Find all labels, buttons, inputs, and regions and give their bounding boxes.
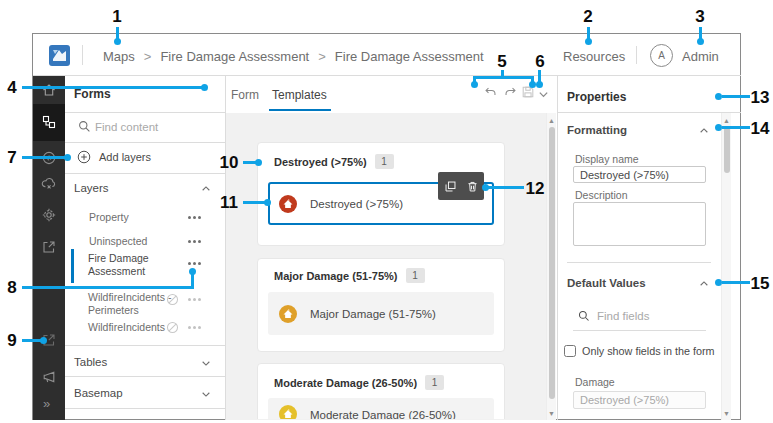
group-title: Moderate Damage (26-50%) (274, 377, 417, 389)
user-menu[interactable]: Admin (682, 49, 719, 64)
plus-circle-icon (77, 150, 91, 164)
callout-11-dot (264, 199, 271, 206)
row-divider (65, 112, 225, 113)
callout-1-number: 1 (107, 7, 127, 27)
callout-15-line (722, 281, 750, 284)
row-divider (65, 345, 225, 346)
callout-2-number: 2 (578, 7, 598, 27)
only-show-fields-checkbox[interactable] (564, 345, 576, 357)
callout-13-dot (715, 93, 722, 100)
chevron-down-icon[interactable] (201, 389, 211, 399)
forms-panel-title: Forms (74, 87, 111, 101)
scroll-down-arrow[interactable]: ▼ (722, 410, 731, 417)
row-divider (65, 142, 225, 143)
template-group-moderate-clip: Moderate Damage (26-50%) 1 Moderate Dama… (257, 363, 505, 419)
home-icon[interactable] (41, 82, 57, 98)
row-divider (65, 376, 225, 377)
resources-link[interactable]: Resources (563, 49, 625, 64)
collapse-default-values-icon[interactable] (699, 279, 709, 289)
layer-item-uninspected[interactable]: Uninspected (89, 235, 173, 248)
layer-item-fire-damage-assessment[interactable]: Fire Damage Assessment (88, 252, 172, 278)
chevron-down-icon[interactable] (538, 89, 549, 100)
callout-6-number: 6 (530, 52, 550, 72)
display-name-input[interactable] (573, 166, 706, 183)
scrollbar-thumb[interactable] (549, 127, 555, 399)
callout-9-dot (40, 337, 47, 344)
scroll-down-arrow[interactable]: ▼ (547, 410, 556, 417)
callout-15-dot (715, 279, 722, 286)
layers-section-header[interactable]: Layers (74, 182, 109, 194)
callout-12-number: 12 (523, 179, 547, 199)
callout-4-dot (201, 84, 208, 91)
group-header: Destroyed (>75%) 1 (274, 154, 394, 169)
callout-13-line (722, 95, 750, 98)
avatar[interactable]: A (650, 44, 673, 67)
callout-8-dot (189, 268, 196, 275)
scrollbar-thumb[interactable] (724, 127, 730, 173)
callout-10-number: 10 (217, 153, 241, 173)
default-values-section-header[interactable]: Default Values (567, 277, 646, 289)
callout-12-line (488, 186, 524, 189)
forms-icon[interactable] (41, 114, 57, 130)
callout-15-number: 15 (748, 274, 772, 294)
callout-5-dot-left (471, 81, 478, 88)
callout-12-dot (482, 184, 489, 191)
header-divider (82, 45, 83, 65)
display-name-label: Display name (575, 153, 639, 165)
templates-scrollbar[interactable]: ▲ ▼ (546, 113, 556, 420)
tab-templates[interactable]: Templates (272, 88, 327, 102)
add-layers-button[interactable]: Add layers (77, 150, 151, 164)
layer-options-icon[interactable] (188, 298, 201, 301)
undo-icon[interactable] (484, 86, 497, 99)
callout-14-dot (715, 124, 722, 131)
sharing-icon[interactable] (41, 239, 57, 255)
group-header: Major Damage (51-75%) 1 (274, 268, 425, 283)
layer-options-icon[interactable] (188, 326, 201, 329)
group-count-badge: 1 (375, 154, 394, 169)
breadcrumb-item-maps[interactable]: Maps (103, 49, 135, 64)
callout-10-dot (255, 159, 262, 166)
breadcrumb: Maps > Fire Damage Assessment > Fire Dam… (103, 49, 484, 64)
find-fields-input[interactable] (597, 308, 703, 324)
row-divider (65, 173, 225, 174)
only-show-fields-label[interactable]: Only show fields in the form (582, 345, 715, 357)
group-count-badge: 1 (406, 268, 425, 283)
duplicate-icon[interactable] (444, 180, 457, 193)
not-visible-icon (166, 293, 179, 306)
collapse-formatting-icon[interactable] (699, 126, 709, 136)
tables-section-header[interactable]: Tables (74, 356, 107, 368)
search-icon (578, 310, 590, 322)
properties-scrollbar[interactable]: ▲ ▼ (721, 113, 731, 420)
callout-4-line (22, 86, 204, 89)
search-underline (573, 330, 706, 331)
chevron-up-icon[interactable] (201, 184, 211, 194)
layer-options-icon[interactable] (188, 240, 201, 243)
damage-field-value-input (573, 391, 706, 409)
redo-icon[interactable] (504, 86, 517, 99)
description-textarea[interactable] (573, 202, 706, 246)
layer-options-icon[interactable] (188, 216, 201, 219)
formatting-section-header[interactable]: Formatting (567, 124, 627, 136)
chevron-down-icon[interactable] (201, 358, 211, 368)
find-content-input[interactable] (95, 119, 213, 135)
scroll-up-arrow[interactable]: ▲ (547, 117, 556, 124)
layer-item-wildfireincidents-perimeters: WildfireIncidents - Perimeters (88, 291, 172, 317)
app-logo[interactable] (49, 45, 70, 66)
tab-form[interactable]: Form (231, 88, 259, 102)
callout-11-line (243, 201, 266, 204)
callout-5-dot-right (529, 81, 536, 88)
feedback-megaphone-icon[interactable] (41, 369, 57, 385)
delete-trash-icon[interactable] (466, 180, 479, 193)
expand-rail-icon[interactable]: » (43, 396, 50, 411)
basemap-section-header[interactable]: Basemap (74, 387, 123, 399)
template-item-label: Major Damage (51-75%) (310, 308, 436, 320)
callout-3-number: 3 (690, 7, 710, 27)
offline-icon[interactable] (41, 176, 57, 192)
breadcrumb-item-map[interactable]: Fire Damage Assessment (160, 49, 309, 64)
scroll-up-arrow[interactable]: ▲ (722, 117, 731, 124)
settings-gear-icon[interactable] (41, 207, 57, 223)
layer-item-property[interactable]: Property (89, 211, 173, 224)
header-divider-2 (636, 46, 637, 64)
layer-options-icon[interactable] (188, 262, 201, 265)
row-divider (558, 112, 741, 113)
